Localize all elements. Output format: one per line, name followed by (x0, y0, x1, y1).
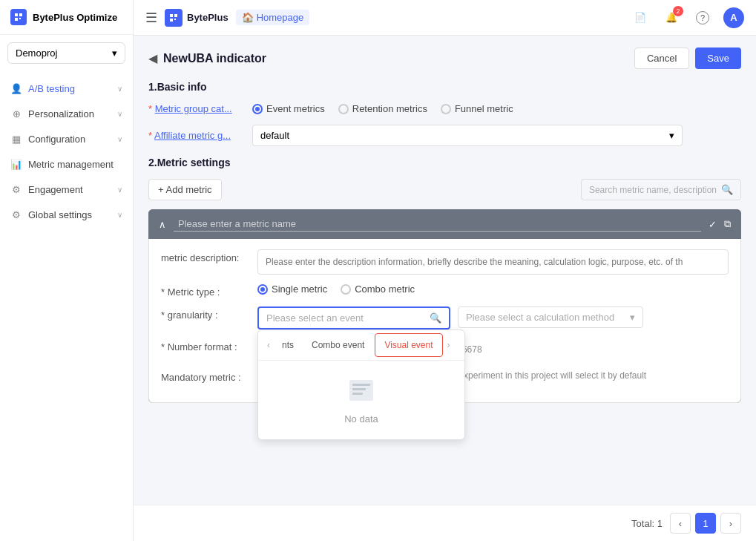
sidebar-item-personalization[interactable]: ⊕ Personalization ∨ (0, 101, 133, 126)
page-title: NewUBA indicator (163, 52, 266, 65)
next-page-button[interactable]: › (720, 513, 741, 534)
metric-group-row: * Metric group cat... Event metrics Rete… (148, 103, 741, 114)
topbar-icons: 📄 🔔 2 ? A (630, 7, 744, 28)
notification-badge: 2 (673, 6, 683, 16)
sidebar-nav: 👤 A/B testing ∨ ⊕ Personalization ∨ ▦ Co… (0, 71, 133, 541)
metric-card-actions: ⧉ (724, 218, 731, 230)
logo-icon (10, 9, 27, 25)
engagement-icon: ⚙ (10, 183, 22, 195)
calc-arrow: ▾ (630, 312, 635, 323)
dropdown-tab-combo[interactable]: Combo event (303, 334, 373, 356)
metric-card-chevron[interactable]: ∧ (159, 219, 166, 230)
user-avatar[interactable]: A (723, 7, 744, 28)
sidebar-item-configuration[interactable]: ▦ Configuration ∨ (0, 126, 133, 151)
page-footer: Total: 1 ‹ 1 › (134, 505, 756, 541)
sidebar-item-ab-testing[interactable]: 👤 A/B testing ∨ (0, 76, 133, 101)
cancel-button[interactable]: Cancel (634, 47, 689, 69)
affiliate-value: default (260, 130, 289, 141)
calc-select[interactable]: Please select a calculation method ▾ (458, 306, 643, 328)
radio-dot-combo (341, 284, 351, 295)
home-icon: 🏠 (242, 12, 254, 23)
dropdown-right-arrow[interactable]: › (444, 340, 453, 350)
metric-name-input[interactable] (174, 217, 701, 232)
menu-icon[interactable]: ☰ (145, 10, 157, 26)
help-button[interactable]: ? (692, 7, 713, 28)
sidebar-item-metric-management[interactable]: 📊 Metric management (0, 151, 133, 177)
mandatory-label: Mandatory metric : (161, 369, 257, 383)
metric-group-link[interactable]: Metric group cat... (155, 103, 232, 114)
metric-group-radio-group: Event metrics Retention metrics Funnel m… (252, 103, 513, 114)
sidebar-item-engagement[interactable]: ⚙ Engagement ∨ (0, 177, 133, 202)
metric-settings-section: 2.Metric settings + Add metric Search me… (148, 157, 741, 403)
dropdown-tab-visual[interactable]: Visual event (375, 333, 442, 357)
current-page-button[interactable]: 1 (695, 513, 716, 534)
total-count: 1 (657, 518, 663, 529)
required-star: * (148, 103, 152, 114)
homepage-label: Homepage (257, 12, 304, 23)
bell-button[interactable]: 🔔 2 (661, 7, 682, 28)
radio-combo-metric[interactable]: Combo metric (341, 283, 415, 295)
project-arrow: ▾ (112, 47, 117, 59)
single-metric-label: Single metric (272, 283, 327, 295)
event-dropdown: ‹ nts Combo event Visual event › (257, 329, 465, 440)
page-actions: Cancel Save (634, 47, 741, 69)
radio-single-metric[interactable]: Single metric (257, 283, 327, 295)
total-text: Total: 1 (631, 518, 663, 529)
page-content: ◀ NewUBA indicator Cancel Save 1.Basic i… (134, 36, 756, 505)
project-selector[interactable]: Demoproj ▾ (7, 42, 125, 64)
total-label: Total: (631, 518, 654, 529)
doc-button[interactable]: 📄 (630, 7, 651, 28)
metric-icon: 📊 (10, 158, 22, 170)
copy-icon[interactable]: ⧉ (724, 218, 731, 230)
back-button[interactable]: ◀ (148, 51, 157, 65)
sidebar-item-global-settings[interactable]: ⚙ Global settings ∨ (0, 202, 133, 227)
desc-row: metric description: (161, 249, 729, 275)
dropdown-content: No data (258, 361, 464, 439)
metric-type-group: Single metric Combo metric (257, 283, 415, 295)
combo-metric-label: Combo metric (355, 283, 415, 295)
save-button[interactable]: Save (695, 47, 741, 69)
search-metric-icon: 🔍 (721, 184, 733, 195)
configuration-icon: ▦ (10, 133, 22, 145)
topbar: ☰ BytePlus 🏠 Homepage 📄 🔔 2 ? A (134, 0, 756, 36)
sidebar-logo (10, 9, 27, 25)
homepage-tag[interactable]: 🏠 Homepage (236, 10, 310, 25)
metric-type-label: * Metric type : (161, 283, 257, 298)
radio-event-label: Event metrics (266, 103, 325, 114)
affiliate-select[interactable]: default ▾ (252, 125, 683, 146)
sidebar-item-label: Metric management (28, 159, 122, 170)
radio-dot-event (252, 104, 263, 114)
prev-page-button[interactable]: ‹ (670, 513, 691, 534)
topbar-logo: BytePlus (165, 9, 229, 27)
sidebar-item-label: Global settings (28, 209, 111, 220)
dropdown-tabs: ‹ nts Combo event Visual event › (258, 330, 464, 361)
dropdown-left-arrow[interactable]: ‹ (264, 340, 273, 350)
page-header: ◀ NewUBA indicator Cancel Save (148, 47, 741, 69)
basic-info-title: 1.Basic info (148, 81, 741, 93)
radio-retention-metrics[interactable]: Retention metrics (338, 103, 427, 114)
radio-dot-single (257, 284, 268, 295)
desc-input[interactable] (257, 249, 729, 275)
dropdown-tab-nts[interactable]: nts (273, 334, 303, 356)
radio-event-metrics[interactable]: Event metrics (252, 103, 325, 114)
required-star2: * (148, 130, 152, 141)
check-icon[interactable]: ✓ (709, 219, 717, 230)
page-title-area: ◀ NewUBA indicator (148, 51, 266, 65)
metric-settings-title: 2.Metric settings (148, 157, 741, 168)
add-metric-button[interactable]: + Add metric (148, 179, 222, 200)
sidebar-header: BytePlus Optimize (0, 0, 133, 35)
svg-rect-2 (352, 388, 366, 390)
radio-dot-retention (338, 104, 349, 114)
radio-funnel-label: Funnel metric (455, 103, 513, 114)
no-data-icon (273, 376, 450, 407)
affiliate-link[interactable]: Affiliate metric g... (154, 130, 231, 141)
basic-info-section: 1.Basic info * Metric group cat... Event… (148, 81, 741, 146)
sidebar-brand: BytePlus Optimize (33, 12, 117, 23)
ab-testing-arrow: ∨ (117, 85, 122, 93)
configuration-arrow: ∨ (117, 135, 122, 143)
search-metric-field[interactable]: Search metric name, description 🔍 (581, 179, 741, 200)
event-select[interactable]: Please select an event 🔍 (257, 306, 450, 329)
metric-type-row: * Metric type : Single metric Combo metr… (161, 283, 729, 298)
radio-funnel-metric[interactable]: Funnel metric (441, 103, 513, 114)
svg-rect-3 (352, 393, 363, 395)
